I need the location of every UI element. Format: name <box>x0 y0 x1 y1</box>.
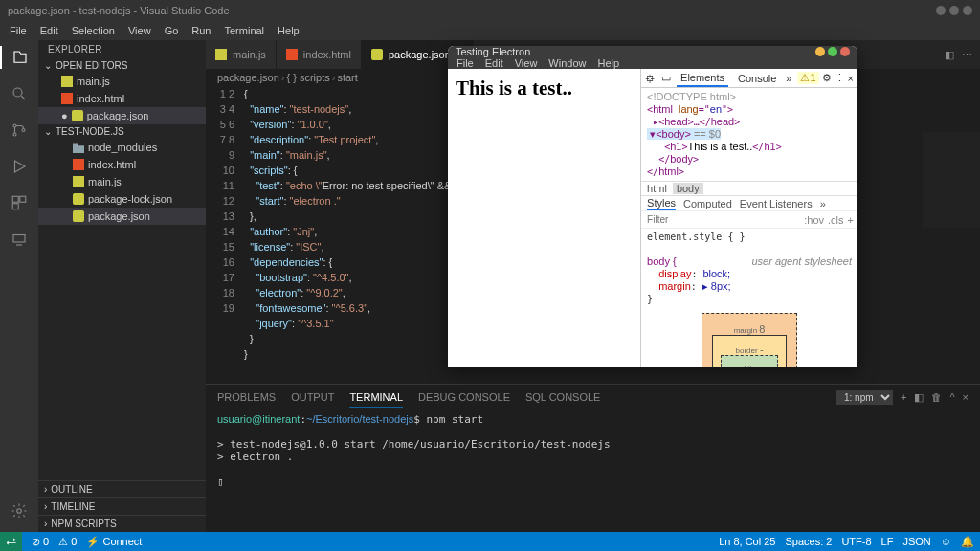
close-icon[interactable] <box>963 6 972 15</box>
remote-icon[interactable] <box>8 228 31 251</box>
crumb-body[interactable]: body <box>673 183 703 194</box>
menu-view[interactable]: View <box>122 23 157 38</box>
new-terminal-icon[interactable]: + <box>901 391 906 403</box>
maximize-panel-icon[interactable]: ^ <box>949 391 954 403</box>
window-controls <box>936 6 972 15</box>
menu-terminal[interactable]: Terminal <box>219 23 271 38</box>
run-debug-icon[interactable] <box>8 155 31 178</box>
devtools-settings-icon[interactable]: ⚙ <box>822 72 832 84</box>
tab-console[interactable]: Console <box>734 71 780 86</box>
breadcrumb-item[interactable]: start <box>337 72 357 83</box>
minimap[interactable] <box>923 132 980 228</box>
tab-more[interactable]: » <box>820 198 826 209</box>
electron-window: Testing Electron FileEditViewWindowHelp … <box>448 46 858 367</box>
electron-menu-file[interactable]: File <box>452 57 479 69</box>
electron-close-icon[interactable] <box>840 47 850 56</box>
more-actions-icon[interactable]: ⋯ <box>962 49 972 61</box>
elements-tree[interactable]: <!DOCTYPE html><html lang="en"> ▸<head>…… <box>641 88 858 181</box>
split-terminal-icon[interactable]: ◧ <box>914 391 924 404</box>
menubar: FileEditSelectionViewGoRunTerminalHelp <box>0 21 980 40</box>
svg-rect-7 <box>13 235 25 243</box>
menu-file[interactable]: File <box>4 23 33 38</box>
encoding-status[interactable]: UTF-8 <box>841 536 871 548</box>
eol-status[interactable]: LF <box>881 536 894 548</box>
tab-computed[interactable]: Computed <box>683 198 732 209</box>
terminal-select[interactable]: 1: npm <box>836 390 893 405</box>
warning-badge[interactable]: ⚠1 <box>797 72 818 84</box>
electron-menu-help[interactable]: Help <box>592 57 624 69</box>
devtools-close-icon[interactable]: × <box>848 73 854 84</box>
file-item[interactable]: index.html <box>38 156 206 173</box>
minimize-icon[interactable] <box>936 6 946 15</box>
breadcrumb-item[interactable]: package.json <box>217 72 279 83</box>
styles-filter-input[interactable] <box>641 211 800 228</box>
remote-indicator[interactable]: ⮂ <box>0 532 22 551</box>
panel-tab-problems[interactable]: PROBLEMS <box>217 387 276 407</box>
tab-elements[interactable]: Elements <box>677 70 728 87</box>
open-editors-section[interactable]: OPEN EDITORS <box>38 58 206 73</box>
elements-breadcrumb[interactable]: html body <box>641 181 858 196</box>
new-style-icon[interactable]: + <box>848 214 854 226</box>
devtools-menu-icon[interactable]: ⋮ <box>835 72 845 84</box>
source-control-icon[interactable] <box>8 119 31 142</box>
search-icon[interactable] <box>8 82 31 105</box>
explorer-icon[interactable] <box>0 46 38 69</box>
terminal[interactable]: usuario@itinerant:~/Escritorio/test-node… <box>206 409 980 532</box>
menu-run[interactable]: Run <box>186 23 216 38</box>
electron-menu-window[interactable]: Window <box>544 57 590 69</box>
split-editor-icon[interactable]: ◧ <box>945 49 954 61</box>
tab-styles[interactable]: Styles <box>647 197 676 210</box>
cursor-position[interactable]: Ln 8, Col 25 <box>719 536 775 548</box>
panel-tab-terminal[interactable]: TERMINAL <box>349 387 403 408</box>
menu-selection[interactable]: Selection <box>66 23 121 38</box>
inspect-icon[interactable]: ⯐ <box>645 73 656 84</box>
electron-maximize-icon[interactable] <box>828 47 837 56</box>
menu-go[interactable]: Go <box>159 23 185 38</box>
cls-toggle[interactable]: .cls <box>828 214 844 226</box>
notifications-icon[interactable]: 🔔 <box>961 536 974 548</box>
panel-tab-output[interactable]: OUTPUT <box>291 387 334 407</box>
extensions-icon[interactable] <box>8 191 31 214</box>
panel-tab-sql-console[interactable]: SQL CONSOLE <box>525 387 600 407</box>
kill-terminal-icon[interactable]: 🗑 <box>931 391 942 403</box>
file-item[interactable]: node_modules <box>38 139 206 156</box>
editor-tab[interactable]: main.js <box>206 40 277 69</box>
warning-count[interactable]: ⚠ 0 <box>58 536 77 548</box>
section-timeline[interactable]: TIMELINE <box>38 497 206 515</box>
file-item[interactable]: main.js <box>38 173 206 190</box>
open-editor-item[interactable]: index.html <box>38 90 206 107</box>
indent-status[interactable]: Spaces: 2 <box>785 536 832 548</box>
section-outline[interactable]: OUTLINE <box>38 480 206 497</box>
hov-toggle[interactable]: :hov <box>804 214 824 226</box>
svg-point-2 <box>13 133 16 136</box>
device-icon[interactable]: ▭ <box>661 72 671 84</box>
panel-tab-debug-console[interactable]: DEBUG CONSOLE <box>418 387 510 407</box>
error-count[interactable]: ⊘ 0 <box>32 536 49 548</box>
electron-menu-edit[interactable]: Edit <box>480 57 508 69</box>
crumb-html[interactable]: html <box>647 183 667 194</box>
file-item[interactable]: package.json <box>38 208 206 225</box>
close-panel-icon[interactable]: × <box>963 391 969 403</box>
open-editor-item[interactable]: ● package.json <box>38 107 206 124</box>
editor-tab[interactable]: index.html <box>277 40 362 69</box>
activity-bar <box>0 40 38 532</box>
language-status[interactable]: JSON <box>902 536 930 548</box>
menu-help[interactable]: Help <box>272 23 305 38</box>
more-tabs-icon[interactable]: » <box>786 73 791 84</box>
feedback-icon[interactable]: ☺ <box>941 536 951 548</box>
open-editor-item[interactable]: main.js <box>38 73 206 90</box>
file-item[interactable]: package-lock.json <box>38 190 206 208</box>
tab-event-listeners[interactable]: Event Listeners <box>740 198 813 209</box>
section-npm scripts[interactable]: NPM SCRIPTS <box>38 515 206 532</box>
electron-minimize-icon[interactable] <box>815 47 825 56</box>
settings-gear-icon[interactable] <box>8 499 31 522</box>
breadcrumb-item[interactable]: { } scripts <box>287 72 330 83</box>
menu-edit[interactable]: Edit <box>34 23 64 38</box>
maximize-icon[interactable] <box>949 6 959 15</box>
project-section[interactable]: TEST-NODE.JS <box>38 124 206 139</box>
connect-button[interactable]: ⚡ Connect <box>86 536 142 548</box>
styles-pane[interactable]: element.style { }body {user agent styles… <box>641 229 858 307</box>
bottom-panel: PROBLEMSOUTPUTTERMINALDEBUG CONSOLESQL C… <box>206 384 980 532</box>
electron-menu-view[interactable]: View <box>510 57 543 69</box>
electron-viewport[interactable]: This is a test.. <box>448 69 640 367</box>
